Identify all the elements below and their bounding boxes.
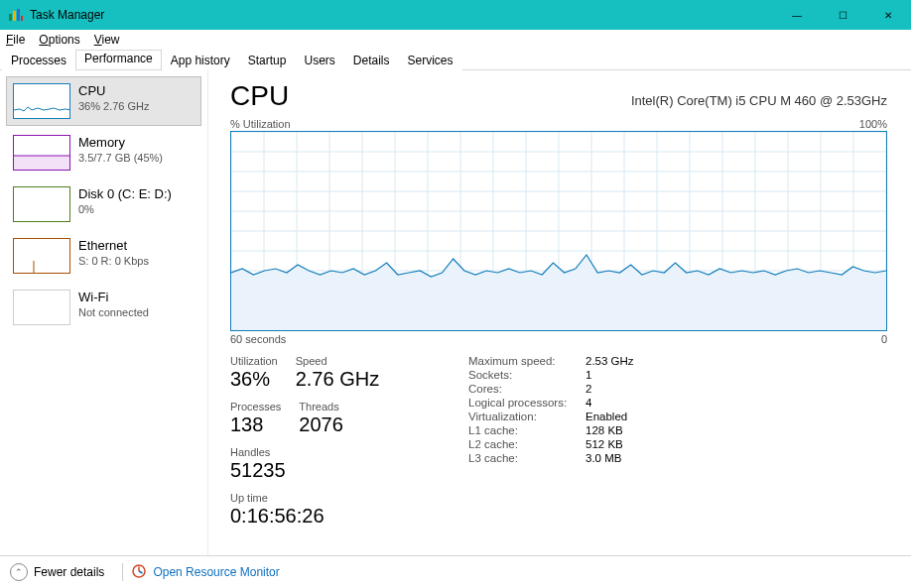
sidebar-wifi-title: Wi-Fi xyxy=(78,290,149,304)
sidebar-memory-sub: 3.5/7.7 GB (45%) xyxy=(78,152,163,164)
footer: ⌃ Fewer details Open Resource Monitor xyxy=(0,555,911,588)
stat-value: 3.0 MB xyxy=(586,452,621,464)
tab-users[interactable]: Users xyxy=(295,51,343,70)
uptime-label: Up time xyxy=(230,492,411,504)
chart-top-right-label: 100% xyxy=(859,118,887,130)
tab-strip: Processes Performance App history Startu… xyxy=(0,50,911,70)
chart-bottom-left-label: 60 seconds xyxy=(230,333,286,345)
app-icon xyxy=(8,7,24,23)
stat-key: Logical processors: xyxy=(468,397,586,409)
stat-key: Cores: xyxy=(468,383,586,395)
tab-startup[interactable]: Startup xyxy=(239,51,296,70)
sidebar-item-wifi[interactable]: Wi-Fi Not connected xyxy=(6,283,201,332)
stat-value: 4 xyxy=(586,397,591,409)
menu-file[interactable]: File xyxy=(6,33,25,47)
handles-value: 51235 xyxy=(230,459,286,482)
fewer-details-button[interactable]: ⌃ Fewer details xyxy=(10,563,114,581)
memory-thumb-icon xyxy=(13,135,70,171)
stats-area: Utilization 36% Speed 2.76 GHz Processes… xyxy=(230,355,887,537)
stats-right: Maximum speed:2.53 GHzSockets:1Cores:2Lo… xyxy=(468,355,634,537)
titlebar: Task Manager — ☐ ✕ xyxy=(0,0,911,30)
sidebar: CPU 36% 2.76 GHz Memory 3.5/7.7 GB (45%)… xyxy=(0,70,208,555)
stat-row: Virtualization:Enabled xyxy=(468,411,634,422)
speed-label: Speed xyxy=(296,355,379,367)
tab-app-history[interactable]: App history xyxy=(162,51,239,70)
minimize-button[interactable]: — xyxy=(774,0,820,30)
stat-key: L3 cache: xyxy=(468,452,586,464)
sidebar-disk-sub: 0% xyxy=(78,203,172,215)
resource-monitor-icon xyxy=(131,563,147,582)
footer-separator xyxy=(122,563,123,581)
stat-key: Sockets: xyxy=(468,369,586,381)
stat-key: L1 cache: xyxy=(468,424,586,436)
menubar: File Options View xyxy=(0,30,911,50)
stat-row: Logical processors:4 xyxy=(468,397,634,409)
stat-value: 512 KB xyxy=(586,438,623,450)
speed-value: 2.76 GHz xyxy=(296,368,379,391)
tab-services[interactable]: Services xyxy=(399,51,462,70)
fewer-details-label: Fewer details xyxy=(34,565,104,579)
sidebar-cpu-title: CPU xyxy=(78,83,150,98)
tab-performance[interactable]: Performance xyxy=(75,50,162,69)
handles-label: Handles xyxy=(230,446,286,458)
stat-row: Cores:2 xyxy=(468,383,634,395)
threads-value: 2076 xyxy=(299,413,343,436)
disk-thumb-icon xyxy=(13,186,70,222)
stat-value: 1 xyxy=(586,369,591,381)
stat-row: Sockets:1 xyxy=(468,369,634,381)
uptime-value: 0:16:56:26 xyxy=(230,505,411,528)
sidebar-item-ethernet[interactable]: Ethernet S: 0 R: 0 Kbps xyxy=(6,231,201,281)
chevron-up-icon: ⌃ xyxy=(10,563,28,581)
page-title: CPU xyxy=(230,80,289,112)
sidebar-cpu-sub: 36% 2.76 GHz xyxy=(78,100,150,112)
open-resource-monitor-label: Open Resource Monitor xyxy=(153,565,279,579)
window-title: Task Manager xyxy=(30,8,774,22)
body: CPU 36% 2.76 GHz Memory 3.5/7.7 GB (45%)… xyxy=(0,70,911,555)
svg-rect-3 xyxy=(21,16,23,21)
stat-key: L2 cache: xyxy=(468,438,586,450)
threads-label: Threads xyxy=(299,401,343,412)
maximize-button[interactable]: ☐ xyxy=(820,0,865,30)
ethernet-thumb-icon xyxy=(13,238,70,274)
svg-rect-4 xyxy=(14,156,70,171)
sidebar-item-cpu[interactable]: CPU 36% 2.76 GHz xyxy=(6,76,201,126)
utilization-value: 36% xyxy=(230,368,278,391)
stat-value: 2 xyxy=(586,383,591,395)
cpu-device-name: Intel(R) Core(TM) i5 CPU M 460 @ 2.53GHz xyxy=(631,93,887,108)
wifi-thumb-icon xyxy=(13,290,70,325)
chart-bottom-right-label: 0 xyxy=(881,333,887,345)
svg-rect-2 xyxy=(17,9,20,21)
stat-row: L3 cache:3.0 MB xyxy=(468,452,634,464)
sidebar-ethernet-title: Ethernet xyxy=(78,238,149,253)
stat-row: L2 cache:512 KB xyxy=(468,438,634,450)
utilization-label: Utilization xyxy=(230,355,278,367)
sidebar-item-disk[interactable]: Disk 0 (C: E: D:) 0% xyxy=(6,179,201,229)
processes-label: Processes xyxy=(230,401,281,412)
menu-view[interactable]: View xyxy=(94,33,120,47)
svg-rect-0 xyxy=(9,14,12,21)
sidebar-memory-title: Memory xyxy=(78,135,163,150)
processes-value: 138 xyxy=(230,413,281,436)
svg-rect-1 xyxy=(13,11,16,21)
close-button[interactable]: ✕ xyxy=(865,0,911,30)
stat-key: Maximum speed: xyxy=(468,355,586,367)
sidebar-item-memory[interactable]: Memory 3.5/7.7 GB (45%) xyxy=(6,128,201,177)
open-resource-monitor-link[interactable]: Open Resource Monitor xyxy=(131,563,279,582)
tab-details[interactable]: Details xyxy=(344,51,399,70)
stat-row: L1 cache:128 KB xyxy=(468,424,634,436)
sidebar-wifi-sub: Not connected xyxy=(78,306,149,318)
stat-key: Virtualization: xyxy=(468,411,586,422)
menu-options[interactable]: Options xyxy=(39,33,79,47)
chart-top-left-label: % Utilization xyxy=(230,118,291,130)
stat-value: 2.53 GHz xyxy=(586,355,634,367)
main-panel: CPU Intel(R) Core(TM) i5 CPU M 460 @ 2.5… xyxy=(208,70,911,555)
sidebar-ethernet-sub: S: 0 R: 0 Kbps xyxy=(78,255,149,267)
stat-row: Maximum speed:2.53 GHz xyxy=(468,355,634,367)
svg-line-43 xyxy=(139,571,143,573)
cpu-thumb-icon xyxy=(13,83,70,119)
stat-value: Enabled xyxy=(586,411,627,422)
tab-processes[interactable]: Processes xyxy=(2,51,75,70)
stat-value: 128 KB xyxy=(586,424,623,436)
cpu-utilization-chart xyxy=(230,131,887,331)
sidebar-disk-title: Disk 0 (C: E: D:) xyxy=(78,186,172,201)
